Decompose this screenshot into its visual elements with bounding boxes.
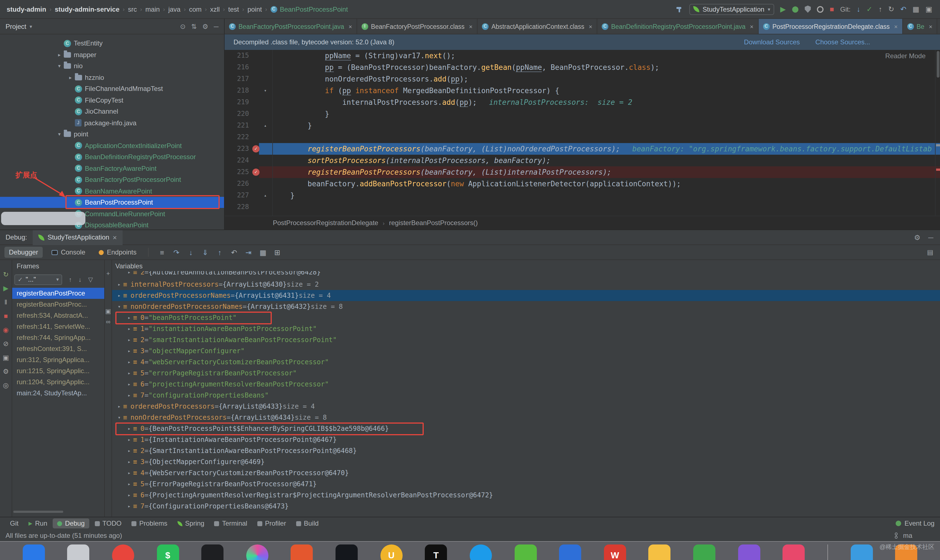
code-line[interactable]: 224 sortPostProcessors(internalPostProce…: [225, 155, 940, 166]
stop-button[interactable]: ■: [830, 5, 834, 13]
statusbar-item-todo[interactable]: TODO: [90, 518, 126, 528]
variable-row[interactable]: ▸≡7 = {ConfigurationPropertiesBeans@6473…: [112, 501, 940, 512]
dock-icon-terminal-dark[interactable]: [201, 545, 223, 560]
run-configuration-select[interactable]: StudyTestApplication ▾: [689, 4, 774, 15]
tree-item[interactable]: CTestEntity: [0, 38, 224, 49]
close-icon[interactable]: ×: [112, 233, 117, 242]
expand-toggle-icon[interactable]: ▸: [125, 470, 133, 476]
horizontal-scrollbar[interactable]: [13, 511, 63, 513]
fold-marker[interactable]: ▴: [264, 190, 267, 201]
run-to-cursor-icon[interactable]: ⇥: [242, 248, 255, 257]
variable-row[interactable]: ▸≡2 = {AutowiredAnnotationBeanPostProces…: [112, 271, 940, 278]
breakpoint-icon[interactable]: ✓: [252, 145, 260, 152]
tree-item[interactable]: ▸hzznio: [0, 72, 224, 83]
dock-icon-purple-app[interactable]: [738, 545, 760, 560]
dock-icon-pink-app[interactable]: [783, 545, 805, 560]
layout-settings-icon[interactable]: ▤: [927, 248, 940, 256]
code-line[interactable]: 228: [225, 201, 940, 213]
variable-row[interactable]: ▸≡2 = {SmartInstantiationAwareBeanPostPr…: [112, 445, 940, 456]
breadcrumb-method[interactable]: registerBeanPostProcessors(): [389, 219, 478, 227]
structure-icon[interactable]: ▣: [925, 5, 932, 13]
dock-icon-gold-u[interactable]: U: [380, 545, 402, 560]
expand-toggle-icon[interactable]: ▾: [115, 304, 123, 309]
variable-row[interactable]: ▸≡internalPostProcessors = {ArrayList@64…: [112, 279, 940, 290]
tree-item[interactable]: CFileCopyTest: [0, 95, 224, 106]
settings-grid-icon[interactable]: ⊞: [271, 248, 283, 257]
editor-tab[interactable]: CPostProcessorRegistrationDelegate.class…: [758, 19, 903, 34]
build-hammer-icon[interactable]: [675, 5, 683, 13]
profiler-icon[interactable]: [817, 6, 823, 12]
variable-row[interactable]: ▸≡0 = "beanPostProcessPoint": [112, 312, 940, 323]
statusbar-item-profiler[interactable]: Profiler: [253, 518, 291, 528]
debug-button[interactable]: ⬤: [792, 6, 799, 13]
step-into-icon[interactable]: ↓: [185, 248, 197, 257]
code-line[interactable]: 222: [225, 131, 940, 143]
pin-icon[interactable]: ◎: [3, 382, 9, 389]
frame-row[interactable]: registerBeanPostProc...: [12, 299, 104, 310]
statusbar-item-run[interactable]: ▶Run: [24, 518, 52, 528]
statusbar-item-terminal[interactable]: Terminal: [210, 518, 252, 528]
stop-icon[interactable]: ■: [4, 313, 8, 320]
dock-icon-siri[interactable]: [246, 545, 268, 560]
tree-item[interactable]: ▸mapper: [0, 49, 224, 60]
tree-item[interactable]: ▾nio: [0, 60, 224, 72]
mute-breakpoints-icon[interactable]: ⊘: [3, 340, 9, 348]
statusbar-item-debug[interactable]: Debug: [53, 518, 89, 528]
expand-toggle-icon[interactable]: ▸: [125, 315, 133, 320]
editor-tab[interactable]: CBeanDefinitionRegistryPostProcessorPoin…: [597, 19, 758, 34]
evaluate-expression-icon[interactable]: ▦: [257, 248, 269, 257]
drop-frame-icon[interactable]: ↶: [228, 248, 240, 257]
statusbar-item-git[interactable]: Git: [6, 518, 23, 528]
thread-dump-icon[interactable]: ▣: [3, 354, 9, 362]
tree-item[interactable]: CFileChannelAndMmapTest: [0, 83, 224, 94]
settings-icon[interactable]: ⚙: [3, 368, 9, 375]
stripe-mark[interactable]: [936, 144, 940, 146]
tree-item[interactable]: Jpackage-info.java: [0, 117, 224, 128]
breadcrumb-item[interactable]: java: [168, 5, 180, 13]
vcs-commit-icon[interactable]: ✓: [866, 5, 872, 13]
expand-toggle-icon[interactable]: ▸: [125, 271, 133, 275]
breakpoint-icon[interactable]: ✓: [252, 169, 260, 176]
expand-toggle-icon[interactable]: ▸: [125, 382, 133, 387]
hide-panel-icon[interactable]: ─: [214, 23, 218, 30]
code-line[interactable]: 220 }: [225, 108, 940, 120]
vcs-push-icon[interactable]: ↑: [878, 5, 882, 13]
git-branch-widget[interactable]: ma: [895, 531, 934, 539]
expand-toggle-icon[interactable]: ▸: [115, 282, 123, 287]
dock-icon-ide-dark[interactable]: [335, 545, 358, 560]
variable-row[interactable]: ▸≡6 = "projectingArgumentResolverBeanPos…: [112, 379, 940, 390]
reader-mode-toggle[interactable]: Reader Mode: [885, 52, 926, 60]
search-everywhere-icon[interactable]: ▦: [912, 5, 920, 13]
breadcrumb-item[interactable]: main: [145, 5, 160, 13]
expand-toggle-icon[interactable]: ▸: [125, 359, 133, 365]
expand-toggle-icon[interactable]: ▸: [125, 437, 133, 443]
variable-row[interactable]: ▸≡2 = "smartInstantiationAwareBeanPostPr…: [112, 334, 940, 345]
watch-return-values-icon[interactable]: ∞: [106, 318, 110, 325]
expand-toggle-icon[interactable]: ▾: [115, 415, 123, 420]
gear-icon[interactable]: ⚙: [914, 233, 920, 242]
view-breakpoints-icon[interactable]: ◉: [3, 326, 9, 334]
breadcrumb-item[interactable]: study-admin-service: [55, 5, 119, 13]
close-icon[interactable]: ×: [349, 23, 352, 30]
variable-row[interactable]: ▾≡nonOrderedPostProcessorNames = {ArrayL…: [112, 301, 940, 312]
frame-row[interactable]: refresh:534, AbstractA...: [12, 310, 104, 321]
statusbar-item-build[interactable]: Build: [292, 518, 323, 528]
tree-item[interactable]: CJioChannel: [0, 106, 224, 117]
variable-row[interactable]: ▸≡0 = {BeanPostProcessPoint$$EnhancerByS…: [112, 423, 940, 434]
event-log-button[interactable]: Event Log: [895, 520, 934, 527]
expand-toggle-icon[interactable]: ▸: [125, 448, 133, 454]
code-line[interactable]: 215 ppName = (String)var17.next();: [225, 50, 940, 62]
variable-row[interactable]: ▸≡1 = "instantiationAwareBeanPostProcess…: [112, 323, 940, 334]
variable-row[interactable]: ▸≡orderedPostProcessors = {ArrayList@643…: [112, 401, 940, 412]
expand-collapse-icon[interactable]: ⇅: [191, 23, 197, 30]
expand-toggle-icon[interactable]: ▸: [125, 459, 133, 465]
next-frame-icon[interactable]: ↓: [78, 276, 82, 283]
variable-row[interactable]: ▸≡4 = "webServerFactoryCustomizerBeanPos…: [112, 357, 940, 368]
statusbar-item-spring[interactable]: Spring: [173, 518, 209, 528]
frame-row[interactable]: main:24, StudyTestAp...: [12, 388, 104, 398]
dock-icon-typora[interactable]: T: [425, 545, 447, 560]
filter-frames-icon[interactable]: ▽: [88, 276, 93, 283]
statusbar-item-problems[interactable]: Problems: [127, 518, 172, 528]
resume-icon[interactable]: ▶: [3, 285, 8, 292]
frame-row[interactable]: refreshContext:391, S...: [12, 343, 104, 354]
